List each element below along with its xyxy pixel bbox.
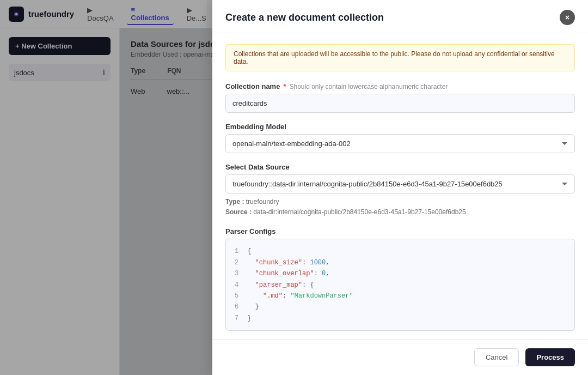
type-label: Type : <box>225 198 246 205</box>
parser-configs-editor[interactable]: 1234567 { "chunk_size": 1000, "chunk_ove… <box>225 239 575 331</box>
source-value: data-dir:internal/cognita-public/2b84150… <box>253 208 465 216</box>
modal-close-button[interactable]: × <box>560 10 575 25</box>
embedding-model-label: Embedding Model <box>225 123 575 131</box>
source-label: Source : <box>225 208 253 216</box>
process-button[interactable]: Process <box>525 348 575 366</box>
embedding-model-select[interactable]: openai-main/text-embedding-ada-002 <box>225 134 575 153</box>
data-source-label: Select Data Source <box>225 163 575 171</box>
data-source-info: Type : truefoundry Source : data-dir:int… <box>225 197 575 217</box>
parser-configs-label: Parser Configs <box>225 227 575 235</box>
parser-configs-group: Parser Configs 1234567 { "chunk_size": 1… <box>225 227 575 331</box>
type-value: truefoundry <box>246 198 279 205</box>
data-source-select[interactable]: truefoundry::data-dir:internal/cognita-p… <box>225 174 575 193</box>
collection-name-group: Collection name * Should only contain lo… <box>225 82 575 113</box>
warning-text: Collections that are uploaded will be ac… <box>234 50 555 65</box>
modal-footer: Cancel Process <box>212 339 588 375</box>
code-editor-inner: 1234567 { "chunk_size": 1000, "chunk_ove… <box>226 239 574 330</box>
line-numbers: 1234567 <box>235 246 238 324</box>
modal-body: Collections that are uploaded will be ac… <box>212 33 588 339</box>
embedding-model-group: Embedding Model openai-main/text-embeddi… <box>225 123 575 153</box>
code-content: { "chunk_size": 1000, "chunk_overlap": 0… <box>247 246 566 324</box>
modal-header: Create a new document collection × <box>212 0 588 33</box>
required-marker: * <box>283 82 286 90</box>
cancel-button[interactable]: Cancel <box>474 348 519 366</box>
modal-title: Create a new document collection <box>225 12 384 23</box>
collection-name-hint: Should only contain lowercase alphanumer… <box>289 83 448 90</box>
data-source-group: Select Data Source truefoundry::data-dir… <box>225 163 575 217</box>
collection-name-label: Collection name * Should only contain lo… <box>225 82 575 90</box>
warning-banner: Collections that are uploaded will be ac… <box>225 44 575 71</box>
collection-name-input[interactable] <box>225 94 575 113</box>
modal: Create a new document collection × Colle… <box>212 0 588 375</box>
